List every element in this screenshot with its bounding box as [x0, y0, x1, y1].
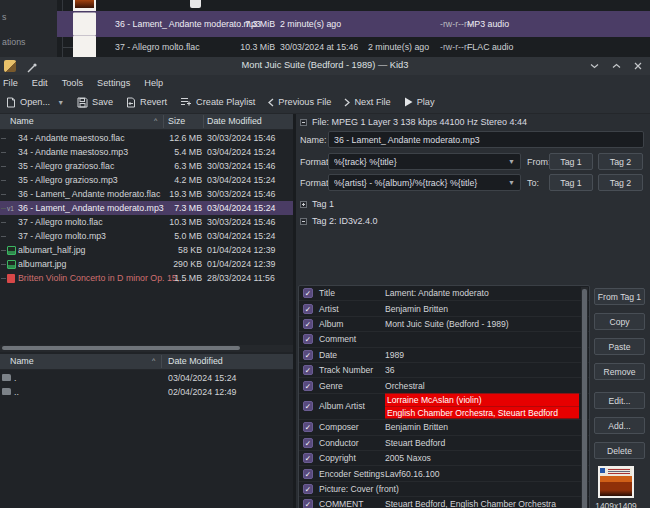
- tag1-section-header[interactable]: Tag 1: [300, 199, 334, 209]
- frame-checkbox[interactable]: [303, 334, 313, 344]
- to-tag2-button[interactable]: Tag 2: [598, 174, 643, 191]
- delete-button[interactable]: Delete: [594, 442, 645, 459]
- from-tag-1-button[interactable]: From Tag 1: [594, 288, 645, 305]
- frame-checkbox[interactable]: [303, 365, 313, 375]
- file-section-header[interactable]: File: MPEG 1 Layer 3 138 kbps 44100 Hz S…: [300, 117, 527, 127]
- sidebar-label[interactable]: s: [2, 12, 6, 22]
- column-header-name[interactable]: Name: [10, 356, 34, 366]
- frame-value[interactable]: Steuart Bedford, English Chamber Orchest…: [385, 499, 579, 508]
- tag-frame-row[interactable]: TitleLament: Andante moderato: [299, 286, 589, 301]
- menu-edit[interactable]: Edit: [32, 78, 48, 88]
- folder-list-header[interactable]: Name ^ Date Modified: [0, 354, 293, 370]
- close-button[interactable]: [630, 59, 646, 73]
- edit-button[interactable]: Edit...: [594, 392, 645, 409]
- file-row[interactable]: albumart.jpg290 KB01/04/2024 12:39: [0, 257, 293, 271]
- tag-frame-row[interactable]: COMMENTSteuart Bedford, English Chamber …: [299, 497, 589, 508]
- filename-input[interactable]: [328, 131, 644, 148]
- format-down-combobox[interactable]: %{artist} - %{album}/%{track} %{title}▼: [328, 174, 521, 191]
- bg-file-row[interactable]: 36 - Lament_ Andante moderato.mp37.3 MiB…: [57, 11, 650, 37]
- frame-value[interactable]: Orchestral: [385, 381, 579, 391]
- frame-value[interactable]: Lavf60.16.100: [385, 469, 579, 479]
- collapse-icon[interactable]: [300, 119, 307, 126]
- frame-checkbox[interactable]: [303, 350, 313, 360]
- format-up-combobox[interactable]: %{track} %{title}▼: [328, 153, 521, 170]
- menu-file[interactable]: File: [3, 78, 18, 88]
- frame-value[interactable]: 36: [385, 365, 579, 375]
- titlebar[interactable]: Mont Juic Suite (Bedford - 1989) — Kid3: [0, 57, 650, 75]
- file-row[interactable]: Britten Violin Concerto in D minor Op. 1…: [0, 271, 293, 285]
- toolbar-save-button[interactable]: Save: [77, 97, 113, 108]
- frame-checkbox[interactable]: [303, 288, 313, 298]
- file-row[interactable]: 37 - Allegro molto.mp35.0 MB03/04/2024 1…: [0, 229, 293, 243]
- frame-value[interactable]: 1989: [385, 350, 579, 360]
- copy-button[interactable]: Copy: [594, 313, 645, 330]
- tag-frame-row[interactable]: Copyright2005 Naxos: [299, 451, 589, 466]
- frame-checkbox[interactable]: [303, 304, 313, 314]
- toolbar-play-button[interactable]: Play: [404, 97, 435, 107]
- frame-checkbox[interactable]: [303, 381, 313, 391]
- tag-frame-row[interactable]: Comment: [299, 332, 589, 347]
- toolbar-previous-file-button[interactable]: Previous File: [268, 97, 331, 107]
- frame-value[interactable]: Lorraine McAslan (violin)English Chamber…: [385, 394, 579, 419]
- file-row[interactable]: 37 - Allegro molto.flac10.3 MB30/03/2024…: [0, 215, 293, 229]
- bg-file-row[interactable]: 37 - Allegro molto.flac10.3 MiB30/03/202…: [57, 37, 650, 57]
- menu-tools[interactable]: Tools: [62, 78, 83, 88]
- toolbar-create-playlist-button[interactable]: Create Playlist: [180, 97, 255, 107]
- frame-value[interactable]: Mont Juic Suite (Bedford - 1989): [385, 319, 579, 329]
- menu-settings[interactable]: Settings: [97, 78, 130, 88]
- frame-value[interactable]: Lament: Andante moderato: [385, 288, 579, 298]
- frame-checkbox[interactable]: [303, 319, 313, 329]
- tag-frame-row[interactable]: Encoder SettingsLavf60.16.100: [299, 466, 589, 481]
- tag-frame-row[interactable]: ArtistBenjamin Britten: [299, 301, 589, 316]
- toolbar-revert-button[interactable]: Revert: [126, 97, 167, 108]
- frame-value[interactable]: Benjamin Britten: [385, 422, 579, 432]
- minimize-button[interactable]: [586, 59, 602, 73]
- sidebar-label[interactable]: ations: [2, 37, 25, 47]
- file-list-hscrollbar[interactable]: [0, 345, 293, 352]
- to-tag1-button[interactable]: Tag 1: [549, 174, 593, 191]
- file-row[interactable]: 34 - Andante maestoso.flac12.6 MB30/03/2…: [0, 131, 293, 145]
- menu-help[interactable]: Help: [144, 78, 163, 88]
- frame-checkbox[interactable]: [303, 422, 313, 432]
- file-list-header[interactable]: Name ^ Size Date Modified: [0, 114, 293, 130]
- tag-frame-row[interactable]: ComposerBenjamin Britten: [299, 420, 589, 435]
- frame-checkbox[interactable]: [303, 453, 313, 463]
- file-row[interactable]: albumart_half.jpg58 KB01/04/2024 12:39: [0, 243, 293, 257]
- tag-frame-row[interactable]: Album ArtistLorraine McAslan (violin)Eng…: [299, 394, 589, 421]
- from-tag1-button[interactable]: Tag 1: [549, 153, 593, 170]
- frame-checkbox[interactable]: [303, 484, 313, 494]
- column-header-size[interactable]: Size: [168, 116, 185, 126]
- tag-frame-row[interactable]: Picture: Cover (front): [299, 482, 589, 497]
- tag2-section-header[interactable]: Tag 2: ID3v2.4.0: [300, 216, 378, 226]
- column-header-name[interactable]: Name: [10, 116, 34, 126]
- toolbar-open-button[interactable]: Open...▼: [6, 97, 64, 108]
- folder-row[interactable]: ..02/04/2024 12:49: [0, 385, 293, 399]
- frame-checkbox[interactable]: [303, 499, 313, 508]
- tag-frame-row[interactable]: Date1989: [299, 348, 589, 363]
- frame-value[interactable]: Steuart Bedford: [385, 438, 579, 448]
- tag-frame-row[interactable]: Track Number36: [299, 363, 589, 378]
- file-row[interactable]: 35 - Allegro grazioso.flac6.3 MB30/03/20…: [0, 159, 293, 173]
- frame-checkbox[interactable]: [303, 438, 313, 448]
- remove-button[interactable]: Remove: [594, 363, 645, 380]
- frame-value[interactable]: 2005 Naxos: [385, 453, 579, 463]
- tag-frame-row[interactable]: ConductorSteuart Bedford: [299, 436, 589, 451]
- file-row[interactable]: 34 - Andante maestoso.mp35.4 MB03/04/202…: [0, 145, 293, 159]
- column-header-date[interactable]: Date Modified: [207, 116, 262, 126]
- from-tag2-button[interactable]: Tag 2: [598, 153, 643, 170]
- album-art-thumbnail[interactable]: [598, 466, 634, 498]
- paste-button[interactable]: Paste: [594, 338, 645, 355]
- frame-value[interactable]: Benjamin Britten: [385, 304, 579, 314]
- expand-icon[interactable]: [300, 201, 307, 208]
- chevron-down-icon[interactable]: ▼: [57, 99, 64, 106]
- file-row[interactable]: v136 - Lament_ Andante moderato.mp37.3 M…: [0, 201, 293, 215]
- maximize-button[interactable]: [608, 59, 624, 73]
- column-header-date[interactable]: Date Modified: [168, 356, 223, 366]
- add-button[interactable]: Add...: [594, 417, 645, 434]
- frame-checkbox[interactable]: [303, 401, 313, 411]
- file-row[interactable]: 35 - Allegro grazioso.mp34.2 MB03/04/202…: [0, 173, 293, 187]
- collapse-icon[interactable]: [300, 218, 307, 225]
- file-row[interactable]: 36 - Lament_ Andante moderato.flac19.3 M…: [0, 187, 293, 201]
- tag-frame-row[interactable]: AlbumMont Juic Suite (Bedford - 1989): [299, 317, 589, 332]
- tag-frame-row[interactable]: GenreOrchestral: [299, 378, 589, 393]
